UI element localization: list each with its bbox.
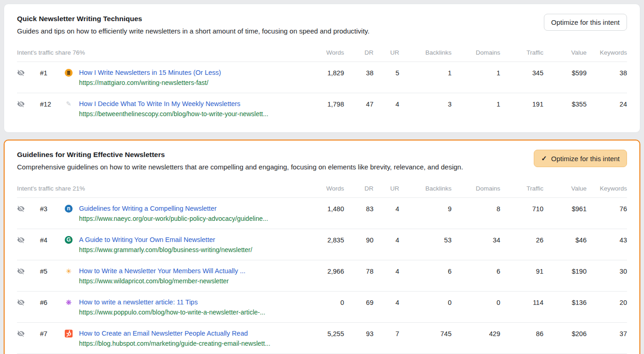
eye-off-icon — [17, 206, 25, 214]
cell-ur: 4 — [373, 99, 399, 109]
result-title-link[interactable]: How to Create an Email Newsletter People… — [79, 329, 307, 338]
results-table: Intent's traffic share 76% Words DR UR B… — [17, 43, 627, 124]
cell-backlinks-link[interactable]: 3 — [399, 99, 452, 109]
col-header-backlinks: Backlinks — [399, 49, 452, 56]
result-rank: #5 — [34, 266, 58, 276]
col-header-value: Value — [543, 49, 587, 56]
cell-keywords-link[interactable]: 38 — [587, 68, 627, 78]
col-header-keywords: Keywords — [587, 185, 627, 192]
poppulo-favicon: ❋ — [58, 298, 79, 306]
result-rank: #6 — [34, 298, 58, 307]
cell-backlinks-link[interactable]: 6 — [399, 266, 452, 276]
optimize-intent-label: Optimize for this intent — [551, 155, 620, 163]
cell-domains-link[interactable]: 429 — [452, 329, 500, 338]
eye-off-icon — [17, 269, 25, 276]
cell-domains-link[interactable]: 6 — [452, 266, 500, 276]
result-url-link[interactable]: https://blog.hubspot.com/marketing/guide… — [79, 339, 307, 348]
naeyc-favicon: n — [58, 204, 79, 213]
intent-title: Guidelines for Writing Effective Newslet… — [17, 150, 523, 159]
result-url-link[interactable]: https://www.naeyc.org/our-work/public-po… — [79, 214, 307, 223]
cell-domains-link[interactable]: 34 — [452, 235, 500, 245]
result-title-link[interactable]: How to write a newsletter article: 11 Ti… — [79, 298, 307, 307]
table-row: #1 How I Write Newsletters in 15 Minutes… — [17, 62, 627, 93]
intent-description: Guides and tips on how to efficiently wr… — [17, 26, 533, 37]
eye-off-icon — [17, 70, 25, 78]
col-header-domains: Domains — [452, 49, 500, 56]
result-title-link[interactable]: How I Decide What To Write In My Weekly … — [79, 99, 307, 108]
hubspot-favicon — [58, 329, 79, 337]
cell-words: 0 — [307, 298, 344, 307]
cell-words: 5,255 — [307, 329, 344, 338]
result-url-link[interactable]: https://betweenthelinescopy.com/blog/how… — [79, 109, 307, 118]
hide-result-button[interactable] — [17, 204, 34, 214]
optimize-intent-button[interactable]: Optimize for this intent — [544, 14, 627, 31]
result-title-link[interactable]: Guidelines for Writing a Compelling News… — [79, 204, 307, 213]
mattgiaro-favicon — [58, 68, 79, 77]
betweenthelinescopy-favicon: ✎ — [58, 99, 79, 108]
cell-backlinks-link[interactable]: 1 — [399, 68, 452, 78]
cell-dr: 38 — [344, 68, 373, 78]
cell-domains-link[interactable]: 1 — [452, 99, 500, 109]
hide-result-button[interactable] — [17, 68, 34, 79]
col-header-ur: UR — [373, 49, 399, 56]
cell-ur: 4 — [373, 266, 399, 276]
cell-backlinks-link[interactable]: 745 — [399, 329, 452, 338]
intent-title: Quick Newsletter Writing Techniques — [17, 14, 533, 23]
traffic-share-label: Intent's traffic share 76% — [17, 49, 307, 56]
eye-off-icon — [17, 300, 25, 308]
optimize-intent-button-selected[interactable]: ✓ Optimize for this intent — [534, 150, 627, 167]
cell-keywords-link[interactable]: 37 — [587, 329, 627, 338]
traffic-share-label: Intent's traffic share 21% — [17, 185, 307, 192]
cell-domains-link[interactable]: 0 — [452, 298, 500, 307]
cell-keywords-link[interactable]: 43 — [587, 235, 627, 245]
cell-traffic: 91 — [500, 266, 543, 276]
cell-value: $206 — [543, 329, 587, 338]
result-url-link[interactable]: https://www.wildapricot.com/blog/member-… — [79, 276, 307, 286]
table-row: #6 ❋ How to write a newsletter article: … — [17, 292, 627, 323]
cell-keywords-link[interactable]: 30 — [587, 266, 627, 276]
cell-ur: 4 — [373, 204, 399, 214]
cell-words: 2,835 — [307, 235, 344, 245]
cell-traffic: 345 — [500, 68, 543, 78]
cell-keywords-link[interactable]: 20 — [587, 298, 627, 307]
result-title-link[interactable]: A Guide to Writing Your Own Email Newsle… — [79, 235, 307, 244]
cell-value: $961 — [543, 204, 587, 214]
hide-result-button[interactable] — [17, 99, 34, 110]
cell-domains-link[interactable]: 1 — [452, 68, 500, 78]
cell-value: $190 — [543, 266, 587, 276]
table-row: #7 How to Create an Email Newsletter Peo… — [17, 323, 627, 354]
result-url-link[interactable]: https://mattgiaro.com/writing-newsletter… — [79, 78, 307, 87]
intent-card-guidelines-newsletter: Guidelines for Writing Effective Newslet… — [4, 140, 640, 354]
cell-traffic: 86 — [500, 329, 543, 338]
result-rank: #4 — [34, 235, 58, 245]
table-header-row: Intent's traffic share 21% Words DR UR B… — [17, 179, 627, 198]
cell-dr: 47 — [344, 99, 373, 109]
col-header-domains: Domains — [452, 185, 500, 192]
result-url-link[interactable]: https://www.grammarly.com/blog/business-… — [79, 245, 307, 254]
table-row: #4 G A Guide to Writing Your Own Email N… — [17, 229, 627, 260]
result-rank: #12 — [34, 99, 58, 109]
cell-keywords-link[interactable]: 24 — [587, 99, 627, 109]
cell-ur: 7 — [373, 329, 399, 338]
cell-words: 2,966 — [307, 266, 344, 276]
cell-value: $355 — [543, 99, 587, 109]
cell-keywords-link[interactable]: 76 — [587, 204, 627, 214]
cell-domains-link[interactable]: 8 — [452, 204, 500, 214]
cell-backlinks-link[interactable]: 0 — [399, 298, 452, 307]
result-title-link[interactable]: How I Write Newsletters in 15 Minutes (O… — [79, 68, 307, 77]
hide-result-button[interactable] — [17, 329, 34, 339]
hide-result-button[interactable] — [17, 266, 34, 277]
cell-backlinks-link[interactable]: 53 — [399, 235, 452, 245]
hide-result-button[interactable] — [17, 298, 34, 308]
cell-backlinks-link[interactable]: 9 — [399, 204, 452, 214]
eye-off-icon — [17, 237, 25, 245]
hide-result-button[interactable] — [17, 235, 34, 246]
result-url-link[interactable]: https://www.poppulo.com/blog/how-to-writ… — [79, 308, 307, 317]
cell-traffic: 26 — [500, 235, 543, 245]
cell-ur: 4 — [373, 298, 399, 307]
cell-words: 1,480 — [307, 204, 344, 214]
intent-description: Comprehensive guidelines on how to write… — [17, 162, 523, 173]
col-header-dr: DR — [344, 49, 373, 56]
wildapricot-favicon: ✳ — [58, 266, 79, 275]
result-title-link[interactable]: How to Write a Newsletter Your Members W… — [79, 266, 307, 275]
